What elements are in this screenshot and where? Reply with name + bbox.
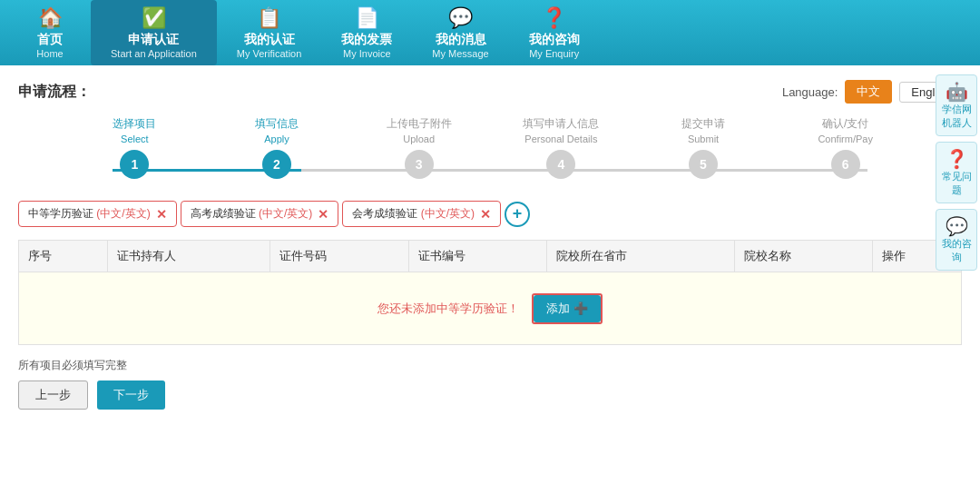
tab-1-close[interactable]: ✕ [156, 207, 167, 222]
col-number: 序号 [19, 241, 108, 272]
add-button-wrapper: 添加 ➕ [532, 293, 603, 324]
step-3-circle: 3 [405, 150, 434, 179]
next-step-button[interactable]: 下一步 [97, 380, 165, 410]
step-2-label-top: 填写信息 [255, 116, 299, 132]
step-6-circle: 6 [831, 150, 860, 179]
add-record-button[interactable]: 添加 ➕ [534, 295, 601, 322]
tab-2-close[interactable]: ✕ [318, 207, 328, 222]
step-5-label-sub: Submit [688, 133, 719, 144]
nav-invoice[interactable]: 📄 我的发票 My Invoice [321, 0, 412, 65]
col-holder: 证书持有人 [108, 241, 270, 272]
header-row: 申请流程： Language: 中文 English [18, 80, 962, 104]
col-id: 证件号码 [270, 241, 408, 272]
step-1-circle: 1 [120, 150, 149, 179]
nav-apply[interactable]: ✅ 申请认证 Start an Application [91, 0, 217, 65]
step-1-label-sub: Select [121, 133, 149, 144]
sidebar-faq[interactable]: ❓ 常见问题 [936, 142, 977, 203]
tab-3-label: 会考成绩验证 (中文/英文) [352, 206, 475, 222]
enquiry-icon: ❓ [542, 6, 566, 30]
empty-table-row: 您还未添加中等学历验证！ 添加 ➕ [19, 272, 962, 345]
main-content: 申请流程： Language: 中文 English 选择项目 Select 1 [0, 65, 980, 504]
consult-label: 我的咨询 [942, 238, 972, 262]
nav-message[interactable]: 💬 我的消息 My Message [412, 0, 508, 65]
step-4-circle: 4 [546, 150, 575, 179]
message-icon: 💬 [448, 6, 473, 30]
col-school: 院校名称 [734, 241, 872, 272]
step-5-circle: 5 [689, 150, 718, 179]
empty-message: 您还未添加中等学历验证！ [377, 301, 519, 315]
sidebar-consult[interactable]: 💬 我的咨询 [936, 209, 977, 271]
tabs-row: 中等学历验证 (中文/英文) ✕ 高考成绩验证 (中文/英文) ✕ 会考成绩验证… [18, 201, 962, 227]
step-3-label-sub: Upload [403, 133, 435, 144]
nav-home[interactable]: 🏠 首页 Home [9, 0, 91, 65]
tab-3[interactable]: 会考成绩验证 (中文/英文) ✕ [342, 201, 501, 227]
footer-buttons: 上一步 下一步 [18, 380, 962, 410]
add-btn-icon: ➕ [573, 301, 588, 315]
footer-row: 所有项目必须填写完整 上一步 下一步 [18, 358, 962, 410]
tab-2-label: 高考成绩验证 (中文/英文) [191, 206, 313, 222]
robot-label: 学信网机器人 [942, 104, 972, 128]
lang-chinese-button[interactable]: 中文 [845, 80, 892, 104]
navbar: 🏠 首页 Home ✅ 申请认证 Start an Application 📋 … [0, 0, 980, 65]
tab-2[interactable]: 高考成绩验证 (中文/英文) ✕ [181, 201, 339, 227]
prev-step-button[interactable]: 上一步 [18, 380, 88, 410]
step-5-label-top: 提交申请 [681, 116, 725, 132]
tab-1[interactable]: 中等学历验证 (中文/英文) ✕ [18, 201, 177, 227]
step-2-circle: 2 [262, 150, 291, 179]
data-table: 序号 证书持有人 证件号码 证书编号 院校所在省市 院校名称 操作 您还未添加中… [18, 240, 962, 345]
tab-1-highlight: (中文/英文) [96, 207, 150, 220]
apply-icon: ✅ [142, 6, 166, 30]
faq-label: 常见问题 [942, 171, 972, 195]
footer-note: 所有项目必须填写完整 [18, 358, 962, 373]
home-icon: 🏠 [38, 6, 63, 30]
col-province: 院校所在省市 [547, 241, 735, 272]
right-sidebar: 🤖 学信网机器人 ❓ 常见问题 💬 我的咨询 [933, 65, 980, 274]
tab-2-highlight: (中文/英文) [259, 207, 312, 220]
step-6-label-sub: Confirm/Pay [818, 133, 873, 144]
col-cert: 证书编号 [408, 241, 546, 272]
step-3-label-top: 上传电子附件 [387, 116, 452, 132]
consult-icon: 💬 [940, 215, 973, 237]
step-1-label-top: 选择项目 [113, 116, 156, 132]
nav-verification[interactable]: 📋 我的认证 My Verification [217, 0, 322, 65]
page-title: 申请流程： [18, 83, 91, 102]
tab-1-label: 中等学历验证 (中文/英文) [28, 206, 151, 222]
tab-3-highlight: (中文/英文) [421, 207, 475, 220]
step-6-label-top: 确认/支付 [822, 116, 868, 132]
step-4-label-top: 填写申请人信息 [523, 116, 599, 132]
faq-icon: ❓ [940, 148, 973, 170]
nav-enquiry[interactable]: ❓ 我的咨询 My Enquiry [509, 0, 600, 65]
robot-icon: 🤖 [940, 81, 973, 103]
language-label: Language: [782, 85, 838, 99]
step-4-label-sub: Personal Details [524, 133, 597, 144]
sidebar-robot[interactable]: 🤖 学信网机器人 [936, 74, 977, 136]
invoice-icon: 📄 [355, 6, 379, 30]
tab-3-close[interactable]: ✕ [480, 207, 491, 222]
add-btn-label: 添加 [546, 301, 570, 317]
step-2-label-sub: Apply [264, 133, 289, 144]
tab-add-button[interactable]: + [505, 202, 530, 227]
verification-icon: 📋 [257, 6, 281, 30]
